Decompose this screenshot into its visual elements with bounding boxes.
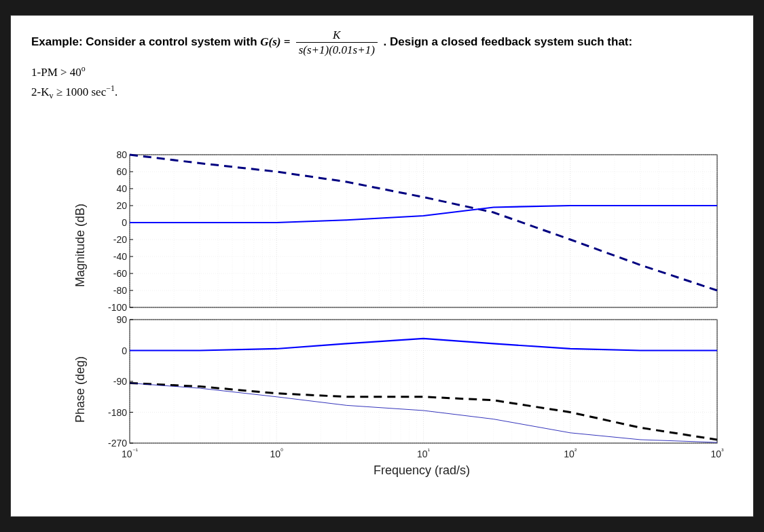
fraction-numerator: K [296,29,378,43]
tick-label: -20 [100,234,127,245]
tick-label: 20 [100,200,127,211]
design-instruction: . Design a closed feedback system such t… [384,35,633,48]
requirement-2: 2-Kv ≥ 1000 sec−1. [31,83,733,101]
bode-plot-container: Magnitude (dB) Phase (deg) Frequency (ra… [79,151,731,477]
bode-svg [79,151,731,477]
document-page: Example: Consider a control system with … [10,15,754,517]
problem-statement: Example: Consider a control system with … [31,29,733,56]
magnitude-axis-label: Magnitude (dB) [73,204,88,287]
tick-label: 10⁰ [259,447,293,459]
tick-label: -100 [100,302,127,313]
tick-label: -40 [100,251,127,262]
tick-label: 40 [100,183,127,194]
transfer-fn-lhs: G(s) = [260,35,293,48]
tick-label: 10³ [700,447,734,459]
tick-label: -60 [100,268,127,279]
tick-label: 80 [100,149,127,160]
tick-label: 60 [100,166,127,177]
requirements-list: 1-PM > 40o 2-Kv ≥ 1000 sec−1. [31,64,733,101]
tick-label: 0 [100,217,127,228]
frequency-axis-label: Frequency (rad/s) [126,463,717,478]
tick-label: -80 [100,285,127,296]
phase-axis-label: Phase (deg) [73,356,88,423]
tick-label: -180 [100,407,127,418]
example-label: Example: Consider a control system with [31,35,260,48]
tick-label: 10² [553,447,587,459]
fraction-denominator: s(s+1)(0.01s+1) [296,43,378,56]
tick-label: 90 [100,314,127,325]
tick-label: 10¹ [407,447,441,459]
tick-label: 0 [100,345,127,356]
tick-label: -90 [100,376,127,387]
tick-label: 10⁻¹ [113,447,147,459]
requirement-1: 1-PM > 40o [31,64,733,79]
transfer-fn-fraction: K s(s+1)(0.01s+1) [296,29,378,56]
